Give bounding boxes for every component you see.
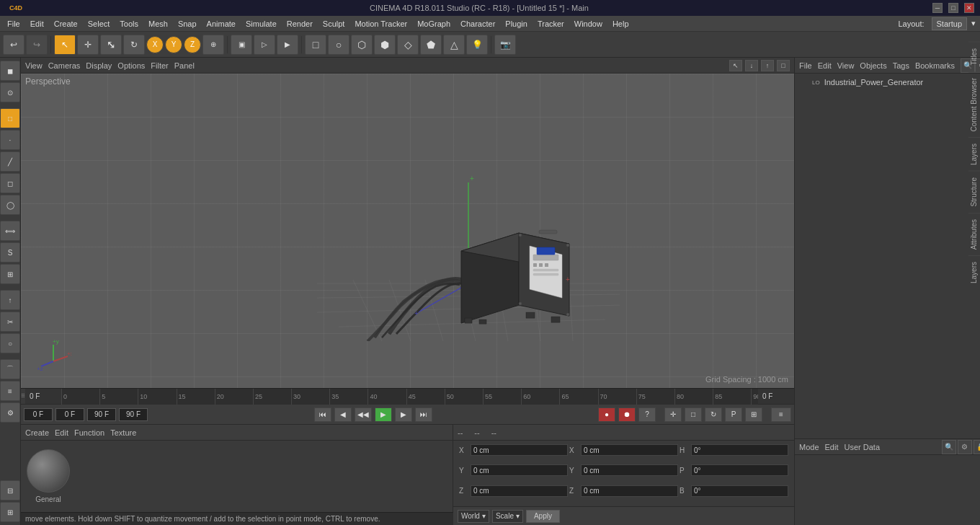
nurbs-button[interactable]: ⬡: [351, 35, 373, 55]
snap-tool-sidebar[interactable]: S: [0, 242, 20, 262]
mograph-button[interactable]: ◇: [397, 35, 419, 55]
coord-x-pos[interactable]: [471, 444, 568, 456]
texture-mode-sidebar[interactable]: ⊙: [0, 82, 20, 102]
menu-create[interactable]: Create: [50, 18, 82, 30]
deform-button[interactable]: ⬢: [374, 35, 396, 55]
menu-mesh[interactable]: Mesh: [144, 18, 172, 30]
array-button[interactable]: △: [443, 35, 465, 55]
mat-menu-edit[interactable]: Edit: [55, 428, 68, 437]
menu-window[interactable]: Window: [570, 18, 607, 30]
coordinate-button[interactable]: ⊕: [202, 35, 224, 55]
knife-sidebar[interactable]: ✂: [0, 312, 20, 332]
apply-button[interactable]: Apply: [526, 510, 560, 523]
obj-menu-objects[interactable]: Objects: [860, 61, 886, 70]
menu-motion-tracker[interactable]: Motion Tracker: [350, 18, 411, 30]
end-frame-input-2[interactable]: [119, 408, 148, 421]
current-frame-input[interactable]: [55, 408, 84, 421]
light-button[interactable]: 💡: [466, 35, 488, 55]
menu-tools[interactable]: Tools: [115, 18, 143, 30]
select-tool-button[interactable]: ↖: [54, 35, 76, 55]
extrude-sidebar[interactable]: ↑: [0, 290, 20, 310]
object-axis-button[interactable]: Y: [165, 36, 182, 53]
go-to-end-button[interactable]: ⏭: [415, 407, 432, 422]
viewport-canvas[interactable]: Perspective: [21, 74, 794, 388]
render-region-button[interactable]: ▣: [231, 35, 252, 55]
play-button[interactable]: ▶: [375, 407, 392, 422]
menu-simulate[interactable]: Simulate: [241, 18, 281, 30]
tab-attributes[interactable]: Attributes: [968, 213, 980, 255]
paint-sidebar[interactable]: ○: [0, 333, 20, 353]
menu-animate[interactable]: Animate: [202, 18, 240, 30]
obj-menu-edit[interactable]: Edit: [818, 61, 832, 70]
menu-plugin[interactable]: Plugin: [501, 18, 532, 30]
cloner-button[interactable]: ⬟: [420, 35, 442, 55]
keyframe-rotate-button[interactable]: ↻: [705, 407, 722, 422]
coord-y-size[interactable]: [581, 464, 678, 476]
obj-menu-bookmarks[interactable]: Bookmarks: [915, 61, 955, 70]
undo-button[interactable]: ↩: [3, 35, 24, 55]
vp-menu-view[interactable]: View: [25, 61, 43, 70]
object-item-generator[interactable]: LO Industrial_Power_Generator ⋮: [798, 76, 980, 88]
tab-structure[interactable]: Structure: [968, 171, 980, 213]
tab-layers[interactable]: Layers: [968, 137, 980, 171]
attr-menu-userdata[interactable]: User Data: [845, 443, 881, 451]
menu-select[interactable]: Select: [84, 18, 115, 30]
coord-z-size[interactable]: [581, 485, 678, 497]
menu-file[interactable]: File: [3, 18, 24, 30]
rotate-tool-button[interactable]: ↻: [123, 35, 145, 55]
attr-lock-button[interactable]: 🔒: [974, 440, 980, 454]
vp-ctrl-4[interactable]: □: [777, 60, 790, 71]
record-button[interactable]: ●: [598, 407, 615, 422]
timeline-ruler[interactable]: 0 5 10 15 20 25 30 35 40 45 50 55 60 65 …: [61, 389, 758, 405]
close-button[interactable]: ✕: [964, 3, 974, 13]
menu-tracker[interactable]: Tracker: [533, 18, 569, 30]
record-auto-button[interactable]: ⏺: [618, 407, 636, 422]
scale-tool-button[interactable]: ⤡: [100, 35, 122, 55]
mat-menu-create[interactable]: Create: [25, 428, 49, 437]
start-frame-input[interactable]: [24, 408, 53, 421]
model-mode-sidebar[interactable]: ◼: [0, 61, 20, 81]
material-slot[interactable]: General: [27, 449, 70, 503]
world-dropdown[interactable]: World ▾: [458, 510, 489, 523]
vp-ctrl-2[interactable]: ↓: [745, 60, 758, 71]
step-forward-button[interactable]: ▶: [395, 407, 412, 422]
spline-button[interactable]: ○: [328, 35, 349, 55]
scale-dropdown[interactable]: Scale ▾: [492, 510, 523, 523]
help-button[interactable]: ?: [638, 407, 656, 422]
coord-x-size[interactable]: [581, 444, 678, 456]
timeline-button[interactable]: ≡: [771, 407, 791, 422]
coord-h-rot[interactable]: [691, 444, 788, 456]
tab-content-browser[interactable]: Content Browser: [968, 71, 980, 137]
settings-sidebar[interactable]: ⚙: [0, 402, 20, 423]
layers-sidebar[interactable]: ≡: [0, 381, 20, 401]
go-to-start-button[interactable]: ⏮: [314, 407, 331, 422]
vp-ctrl-3[interactable]: ↑: [761, 60, 774, 71]
vp-menu-cameras[interactable]: Cameras: [48, 61, 81, 70]
menu-help[interactable]: Help: [608, 18, 633, 30]
menu-sculpt[interactable]: Sculpt: [318, 18, 349, 30]
layout-dropdown[interactable]: Startup: [932, 17, 967, 30]
attr-settings-button[interactable]: ⚙: [958, 440, 972, 454]
vp-menu-panel[interactable]: Panel: [174, 61, 195, 70]
menu-snap[interactable]: Snap: [174, 18, 201, 30]
maximize-button[interactable]: □: [948, 3, 958, 13]
vp-ctrl-1[interactable]: ↖: [729, 60, 742, 71]
obj-menu-file[interactable]: File: [799, 61, 812, 70]
tab-layers-2[interactable]: Layers: [968, 255, 980, 289]
layer-bottom-sidebar[interactable]: ⊟: [0, 480, 20, 500]
menu-mograph[interactable]: MoGraph: [413, 18, 455, 30]
coord-z-pos[interactable]: [471, 485, 568, 497]
attr-menu-mode[interactable]: Mode: [799, 443, 819, 451]
keyframe-move-button[interactable]: ✛: [664, 407, 682, 422]
attr-menu-edit[interactable]: Edit: [825, 443, 839, 451]
coord-p-rot[interactable]: [691, 464, 788, 476]
mat-menu-texture[interactable]: Texture: [110, 428, 136, 437]
layer-bottom2-sidebar[interactable]: ⊞: [0, 502, 20, 522]
move-tool-button[interactable]: ✛: [77, 35, 99, 55]
keyframe-pos-button[interactable]: P: [725, 407, 742, 422]
vp-menu-display[interactable]: Display: [86, 61, 112, 70]
obj-menu-tags[interactable]: Tags: [893, 61, 909, 70]
camera-button[interactable]: 📷: [494, 35, 516, 55]
vp-menu-options[interactable]: Options: [117, 61, 145, 70]
world-axis-button[interactable]: Z: [184, 36, 201, 53]
